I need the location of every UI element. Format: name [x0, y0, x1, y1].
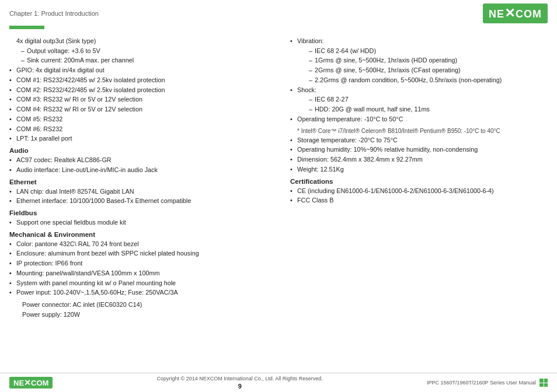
storage-list: Storage temperature: -20°C to 75°C Opera…	[290, 135, 548, 174]
footer-nexcom-logo: NE✕COM	[9, 377, 53, 388]
lpt-item: LPT: 1x parallel port	[9, 134, 267, 144]
chapter-title: Chapter 1: Product Introduction	[9, 10, 99, 17]
mechanical-item-5: System with panel mounting kit w/ o Pane…	[9, 278, 267, 288]
vibration-section: Vibration: IEC 68 2-64 (w/ HDD) 1Grms @ …	[290, 36, 548, 124]
weight: Weight: 12.51Kg	[290, 164, 548, 174]
shock-title: Shock: IEC 68 2-27 HDD: 20G @ wall mount…	[290, 85, 548, 114]
operating-temp-note: * Intel® Core™ i7/Intel® Celeron® B810/I…	[290, 127, 548, 135]
digital-output-current: Sink current: 200mA max. per channel	[9, 55, 267, 65]
com-list: GPIO: 4x digital in/4x digital out COM #…	[9, 65, 267, 144]
ethernet-item-2: Ethernet interface: 10/100/1000 Based-Tx…	[9, 196, 267, 206]
gpio-item: GPIO: 4x digital in/4x digital out	[9, 65, 267, 75]
ethernet-section-title: Ethernet	[9, 178, 267, 186]
vibration-item-4: 2.2Grms @ random condition, 5~500Hz, 0.5…	[297, 75, 548, 85]
shock-item-1: IEC 68 2-27	[297, 94, 548, 104]
certifications-list: CE (including EN61000-6-1/EN61000-6-2/EN…	[290, 186, 548, 205]
com1-item: COM #1: RS232/422/485 w/ 2.5kv isolated …	[9, 75, 267, 85]
footer-center: Copyright © 2014 NEXCOM International Co…	[157, 376, 323, 390]
shock-item-2: HDD: 20G @ wall mount, half sine, 11ms	[297, 104, 548, 114]
digital-output-voltage: Output voltage: +3.6 to 5V	[9, 46, 267, 56]
com5-item: COM #5: RS232	[9, 114, 267, 124]
cert-ce: CE (including EN61000-6-1/EN61000-6-2/EN…	[290, 186, 548, 196]
audio-section-title: Audio	[9, 147, 267, 154]
ethernet-item-1: LAN chip: dual Intel® 82574L Gigabit LAN	[9, 187, 267, 197]
mechanical-item-3: IP protection: IP66 front	[9, 258, 267, 268]
green-accent-bar	[9, 26, 44, 29]
grid-icon	[539, 379, 548, 387]
power-supply: Power supply: 120W	[9, 310, 267, 320]
left-column: 4x digital outp3ut (Sink type) Output vo…	[9, 36, 273, 377]
com6-item: COM #6: RS232	[9, 124, 267, 134]
fieldbus-item-1: Support one special fieldbus module kit	[9, 218, 267, 228]
operating-humidity: Operating humidity: 10%~90% relative hum…	[290, 145, 548, 155]
footer-copyright: Copyright © 2014 NEXCOM International Co…	[157, 376, 323, 382]
mechanical-item-1: Color: pantone 432C\ RAL 70 24 front bez…	[9, 239, 267, 249]
com2-item: COM #2: RS232/422/485 w/ 2.5kv isolated …	[9, 85, 267, 95]
footer-product-name: IPPC 1560T/1960T/2160P Series User Manua…	[427, 380, 536, 386]
power-connector: Power connector: AC inlet (IEC60320 C14)	[9, 300, 267, 310]
certifications-title: Certifications	[290, 178, 548, 185]
digital-output-line1: 4x digital outp3ut (Sink type)	[9, 36, 267, 46]
nexcom-logo: NE✕COM	[483, 4, 548, 23]
footer-left: NE✕COM	[9, 377, 53, 388]
com3-item: COM #3: RS232 w/ RI or 5V or 12V selecti…	[9, 94, 267, 104]
page-header: Chapter 1: Product Introduction NE✕COM	[0, 0, 557, 26]
page-footer: NE✕COM Copyright © 2014 NEXCOM Internati…	[0, 373, 557, 392]
vibration-item-1: IEC 68 2-64 (w/ HDD)	[297, 46, 548, 56]
fieldbus-section-title: Fieldbus	[9, 209, 267, 216]
mechanical-item-6: Power input: 100-240V~,1.5A,50-60Hz; Fus…	[9, 288, 267, 298]
right-column: Vibration: IEC 68 2-64 (w/ HDD) 1Grms @ …	[284, 36, 548, 377]
dimension: Dimension: 562.4mm x 382.4mm x 92.27mm	[290, 155, 548, 164]
audio-list: AC97 codec: Realtek ALC886-GR Audio inte…	[9, 155, 267, 174]
storage-temp: Storage temperature: -20°C to 75°C	[290, 135, 548, 145]
footer-right-area: IPPC 1560T/1960T/2160P Series User Manua…	[427, 379, 548, 387]
vibration-item-2: 1Grms @ sine, 5~500Hz, 1hr/axis (HDD ope…	[297, 55, 548, 65]
mechanical-list: Color: pantone 432C\ RAL 70 24 front bez…	[9, 239, 267, 298]
audio-item-2: Audio interface: Line-out/Line-in/MIC-in…	[9, 165, 267, 175]
cert-fcc: FCC Class B	[290, 195, 548, 205]
operating-temp: Operating temperature: -10°C to 50°C	[290, 114, 548, 124]
mechanical-item-4: Mounting: panel/wall/stand/VESA 100mm x …	[9, 268, 267, 278]
mechanical-item-2: Enclosure: aluminum front bezel with SPP…	[9, 249, 267, 258]
footer-page-number: 9	[157, 383, 323, 390]
vibration-item-3: 2Grms @ sine, 5~500Hz, 1hr/axis (CFast o…	[297, 65, 548, 75]
logo-container: NE✕COM	[483, 4, 548, 23]
com4-item: COM #4: RS232 w/ RI or 5V or 12V selecti…	[9, 104, 267, 114]
audio-item-1: AC97 codec: Realtek ALC886-GR	[9, 155, 267, 165]
mechanical-section-title: Mechanical & Environment	[9, 231, 267, 238]
vibration-title: Vibration: IEC 68 2-64 (w/ HDD) 1Grms @ …	[290, 36, 548, 85]
main-content: 4x digital outp3ut (Sink type) Output vo…	[0, 34, 557, 379]
fieldbus-list: Support one special fieldbus module kit	[9, 218, 267, 228]
ethernet-list: LAN chip: dual Intel® 82574L Gigabit LAN…	[9, 187, 267, 206]
